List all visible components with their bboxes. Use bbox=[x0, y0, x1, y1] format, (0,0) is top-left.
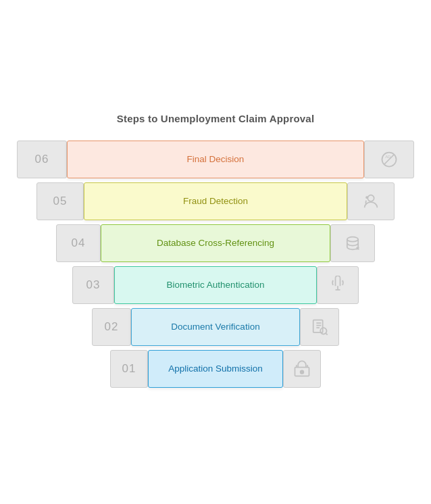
pyramid: 06Final Decision AD 05Fraud Detection 04… bbox=[17, 141, 414, 392]
svg-point-7 bbox=[320, 328, 326, 334]
step-label-03: Biometric Authentication bbox=[114, 266, 317, 304]
svg-point-9 bbox=[301, 370, 304, 374]
step-icon-02 bbox=[300, 308, 339, 346]
svg-rect-6 bbox=[313, 320, 323, 332]
svg-point-3 bbox=[367, 195, 374, 201]
step-icon-06: AD bbox=[364, 141, 414, 178]
step-icon-05 bbox=[347, 182, 395, 220]
step-row-04: 04Database Cross-Referencing bbox=[56, 224, 375, 262]
page-title: Steps to Unemployment Claim Approval bbox=[117, 113, 315, 124]
step-number-03: 03 bbox=[72, 266, 114, 304]
step-row-05: 05Fraud Detection bbox=[36, 182, 395, 220]
step-number-04: 04 bbox=[56, 224, 101, 262]
svg-point-4 bbox=[366, 197, 367, 198]
step-label-04: Database Cross-Referencing bbox=[101, 224, 330, 262]
step-row-03: 03Biometric Authentication bbox=[72, 266, 359, 304]
step-label-05: Fraud Detection bbox=[84, 182, 347, 220]
step-icon-01 bbox=[283, 350, 321, 388]
step-row-02: 02Document Verification bbox=[92, 308, 339, 346]
svg-point-5 bbox=[347, 236, 358, 241]
step-number-06: 06 bbox=[17, 141, 67, 178]
step-number-01: 01 bbox=[110, 350, 148, 388]
step-icon-04 bbox=[330, 224, 375, 262]
step-row-06: 06Final Decision AD bbox=[17, 141, 414, 178]
step-label-01: Application Submission bbox=[148, 350, 283, 388]
step-label-02: Document Verification bbox=[131, 308, 300, 346]
step-row-01: 01Application Submission bbox=[110, 350, 321, 388]
step-icon-03 bbox=[317, 266, 359, 304]
page-container: Steps to Unemployment Claim Approval 06F… bbox=[17, 113, 414, 392]
step-label-06: Final Decision bbox=[67, 141, 364, 178]
step-number-02: 02 bbox=[92, 308, 131, 346]
step-number-05: 05 bbox=[36, 182, 84, 220]
